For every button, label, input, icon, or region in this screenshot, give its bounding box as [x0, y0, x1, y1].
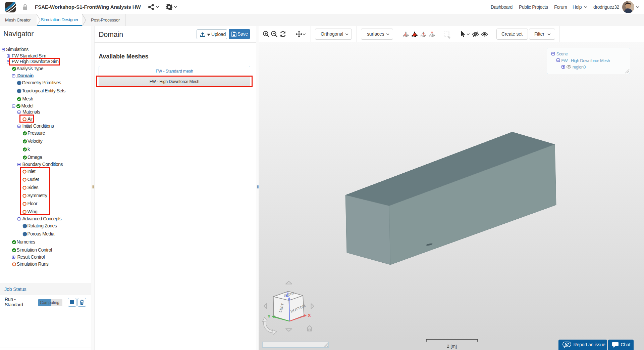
svg-text:2 [m]: 2 [m]	[447, 344, 457, 349]
svg-text:Y: Y	[267, 313, 271, 319]
svg-text:Z: Z	[285, 292, 289, 298]
svg-text:X: X	[308, 312, 311, 318]
